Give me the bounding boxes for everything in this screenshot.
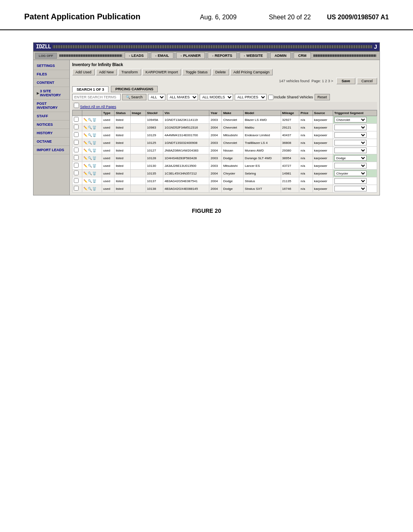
triggered-segment-select[interactable] bbox=[334, 140, 367, 145]
edit-icon[interactable]: ✏️ bbox=[83, 141, 88, 145]
edit-icon[interactable]: ✏️ bbox=[83, 118, 88, 122]
edit-icon[interactable]: ✏️ bbox=[83, 179, 88, 183]
row-checkbox-cell[interactable] bbox=[73, 154, 82, 162]
nav-planner[interactable]: PLANNER bbox=[176, 52, 205, 59]
select-all-link[interactable]: Select All on All Pages bbox=[80, 105, 117, 109]
edit-icon[interactable]: ✏️ bbox=[83, 187, 88, 191]
row-checkbox-cell[interactable] bbox=[73, 139, 82, 147]
cell-triggered-segment[interactable] bbox=[333, 131, 377, 139]
row-checkbox[interactable] bbox=[74, 132, 79, 137]
cancel-button[interactable]: Cancel bbox=[357, 78, 377, 84]
edit-icon[interactable]: ✏️ bbox=[83, 149, 88, 152]
view-icon[interactable]: 🔍 bbox=[88, 156, 92, 160]
row-checkbox-cell[interactable] bbox=[73, 177, 82, 185]
triggered-segment-select[interactable] bbox=[334, 132, 367, 138]
view-icon[interactable]: 🔍 bbox=[88, 164, 92, 168]
nav-website[interactable]: WEBSITE bbox=[240, 52, 267, 59]
search-button[interactable]: 🔍 Search bbox=[122, 94, 146, 100]
add-pricing-campaign-button[interactable]: Add Pricing Campaign bbox=[230, 69, 273, 75]
cell-triggered-segment[interactable] bbox=[333, 177, 377, 185]
sidebar-item-files[interactable]: FILES bbox=[33, 70, 69, 79]
delete-row-icon[interactable]: 🗑️ bbox=[92, 179, 96, 183]
row-checkbox-cell[interactable] bbox=[73, 162, 82, 170]
view-icon[interactable]: 🔍 bbox=[88, 187, 92, 191]
delete-row-icon[interactable]: 🗑️ bbox=[92, 149, 96, 152]
view-icon[interactable]: 🔍 bbox=[88, 179, 92, 183]
transform-button[interactable]: Transform bbox=[118, 69, 141, 75]
nav-email[interactable]: EMAIL bbox=[151, 52, 173, 59]
sidebar-item-settings[interactable]: SETTINGS bbox=[33, 62, 69, 70]
nav-leads[interactable]: LEADS bbox=[125, 52, 148, 59]
delete-row-icon[interactable]: 🗑️ bbox=[92, 118, 96, 122]
save-button[interactable]: Save bbox=[336, 78, 355, 84]
reset-button[interactable]: Reset bbox=[315, 94, 330, 100]
view-icon[interactable]: 🔍 bbox=[88, 172, 92, 175]
select-all-checkbox[interactable] bbox=[74, 103, 79, 108]
sidebar-item-staff[interactable]: STAFF bbox=[33, 112, 69, 121]
sidebar-item-octane[interactable]: OCTANE bbox=[33, 137, 69, 146]
sidebar-item-notices[interactable]: NOTICES bbox=[33, 121, 69, 129]
edit-icon[interactable]: ✏️ bbox=[83, 126, 88, 129]
row-checkbox[interactable] bbox=[74, 163, 79, 168]
row-checkbox-cell[interactable] bbox=[73, 170, 82, 177]
pricing-campaigns-tab[interactable]: PRICING CAMPAIGNS bbox=[111, 86, 158, 92]
row-checkbox-cell[interactable] bbox=[73, 116, 82, 124]
triggered-segment-select[interactable]: Chevrolet bbox=[334, 117, 367, 123]
cell-triggered-segment[interactable] bbox=[333, 185, 377, 193]
row-checkbox[interactable] bbox=[74, 125, 79, 129]
all-prices-select[interactable]: ALL PRICES bbox=[235, 94, 267, 100]
view-icon[interactable]: 🔍 bbox=[88, 126, 92, 129]
include-shared-checkbox[interactable] bbox=[268, 95, 273, 100]
delete-row-icon[interactable]: 🗑️ bbox=[92, 126, 96, 129]
cell-triggered-segment[interactable] bbox=[333, 124, 377, 131]
triggered-segment-select[interactable]: Chrysler bbox=[334, 170, 367, 176]
search-terms-input[interactable] bbox=[72, 94, 121, 100]
add-new-button[interactable]: Add New bbox=[96, 69, 117, 75]
toggle-status-button[interactable]: Toggle Status bbox=[182, 69, 211, 75]
row-checkbox[interactable] bbox=[74, 170, 79, 175]
edit-icon[interactable]: ✏️ bbox=[83, 164, 88, 168]
search-tab[interactable]: SEARCH 1 OF 3 bbox=[72, 86, 108, 92]
edit-icon[interactable]: ✏️ bbox=[83, 156, 88, 160]
sidebar-item-content[interactable]: CONTENT bbox=[33, 79, 69, 87]
row-checkbox[interactable] bbox=[74, 178, 79, 183]
delete-row-icon[interactable]: 🗑️ bbox=[92, 172, 96, 175]
cell-triggered-segment[interactable] bbox=[333, 147, 377, 154]
row-checkbox-cell[interactable] bbox=[73, 131, 82, 139]
cell-triggered-segment[interactable] bbox=[333, 139, 377, 147]
row-checkbox[interactable] bbox=[74, 155, 79, 160]
row-checkbox[interactable] bbox=[74, 140, 79, 145]
nav-admin[interactable]: ADMIN bbox=[270, 52, 291, 59]
triggered-segment-select[interactable] bbox=[334, 163, 367, 168]
edit-icon[interactable]: ✏️ bbox=[83, 172, 88, 175]
karpower-import-button[interactable]: KARPOWER Import bbox=[142, 69, 181, 75]
view-icon[interactable]: 🔍 bbox=[88, 118, 92, 122]
view-icon[interactable]: 🔍 bbox=[88, 141, 92, 145]
add-used-button[interactable]: Add Used bbox=[72, 69, 95, 75]
all-models-select[interactable]: ALL MODELS bbox=[200, 94, 233, 100]
view-icon[interactable]: 🔍 bbox=[88, 149, 92, 152]
delete-row-icon[interactable]: 🗑️ bbox=[92, 133, 96, 137]
triggered-segment-select[interactable] bbox=[334, 148, 367, 153]
triggered-segment-select[interactable] bbox=[334, 125, 367, 130]
row-checkbox[interactable] bbox=[74, 117, 79, 122]
delete-row-icon[interactable]: 🗑️ bbox=[92, 141, 96, 145]
all-makes-select[interactable]: ALL MAKES bbox=[167, 94, 198, 100]
row-checkbox[interactable] bbox=[74, 148, 79, 152]
delete-row-icon[interactable]: 🗑️ bbox=[92, 164, 96, 168]
nav-reports[interactable]: REPORTS bbox=[208, 52, 236, 59]
delete-button[interactable]: Delete bbox=[212, 69, 229, 75]
delete-row-icon[interactable]: 🗑️ bbox=[92, 187, 96, 191]
edit-icon[interactable]: ✏️ bbox=[83, 133, 88, 137]
cell-triggered-segment[interactable]: Chevrolet bbox=[333, 116, 377, 124]
sidebar-item-3site-inventory[interactable]: ▶ 3 SITE INVENTORY bbox=[33, 87, 69, 100]
row-checkbox-cell[interactable] bbox=[73, 147, 82, 154]
row-checkbox-cell[interactable] bbox=[73, 185, 82, 193]
row-checkbox[interactable] bbox=[74, 186, 79, 191]
nav-crm[interactable]: CRM bbox=[294, 52, 311, 59]
cell-triggered-segment[interactable]: Chrysler bbox=[333, 170, 377, 177]
sidebar-item-history[interactable]: HISTORY bbox=[33, 129, 69, 137]
cell-triggered-segment[interactable]: Dodge bbox=[333, 154, 377, 162]
sidebar-item-import-leads[interactable]: IMPORT LEADS bbox=[33, 146, 69, 154]
sidebar-item-post-inventory[interactable]: POST INVENTORY bbox=[33, 100, 69, 112]
